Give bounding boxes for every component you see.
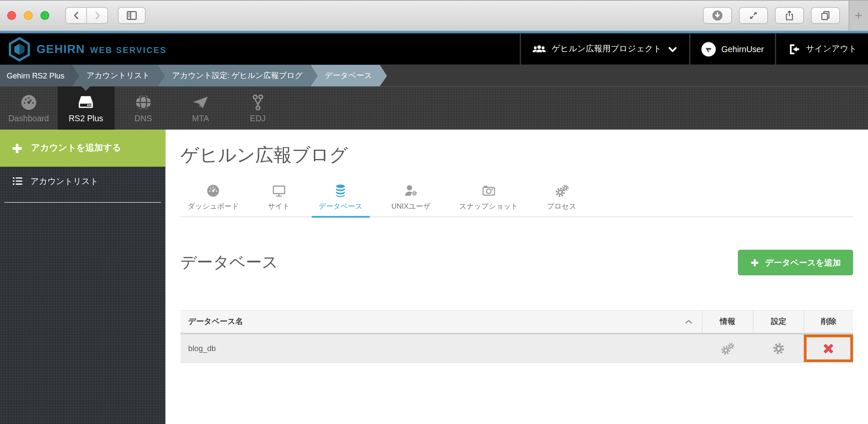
plus-icon: [750, 258, 760, 267]
fullscreen-button[interactable]: [739, 7, 768, 24]
list-icon: [11, 175, 24, 187]
forward-button[interactable]: [87, 7, 108, 24]
hexagon-logo-icon: [8, 37, 31, 61]
gauge-icon: [19, 93, 38, 112]
back-button[interactable]: [65, 7, 87, 24]
zoom-window-button[interactable]: [40, 11, 49, 20]
settings-gear-icon: [771, 341, 786, 356]
chevron-down-icon: [667, 44, 678, 55]
downloads-button[interactable]: [703, 7, 732, 24]
close-window-button[interactable]: [7, 11, 16, 20]
info-action-cell[interactable]: [702, 335, 753, 362]
column-header-settings: 設定: [753, 311, 804, 333]
camera-icon: [481, 183, 497, 198]
window-controls: [7, 11, 49, 20]
project-name: ゲヒルン広報用プロジェクト: [552, 44, 662, 54]
plus-icon: [11, 142, 23, 154]
user-gear-icon: [403, 183, 419, 198]
nav-item-edj[interactable]: EDJ: [229, 86, 287, 130]
table-header-row: データベース名 情報 設定 削除: [181, 310, 853, 335]
fullscreen-icon: [747, 9, 760, 22]
forward-icon: [91, 9, 103, 22]
git-branch-icon: [248, 93, 267, 112]
info-gears-icon: [720, 341, 735, 356]
avatar: [701, 42, 716, 56]
breadcrumb: Gehirn RS2 Plus アカウントリスト アカウント設定: ゲヒルン広報…: [0, 65, 868, 86]
signout-label: サインアウト: [806, 44, 857, 54]
sidebar-toggle-icon: [125, 9, 138, 22]
paper-plane-icon: [191, 93, 210, 112]
avatar-glyph-icon: [704, 45, 713, 54]
section-heading: データベース: [181, 251, 278, 273]
new-tab-button[interactable]: [849, 0, 868, 31]
project-selector[interactable]: ゲヒルン広報用プロジェクト: [520, 33, 689, 64]
tab-snapshot[interactable]: スナップショット: [452, 181, 526, 217]
column-header-delete: 削除: [804, 311, 853, 333]
gauge-icon: [205, 183, 222, 198]
tab-site[interactable]: サイト: [261, 181, 297, 217]
database-table: データベース名 情報 設定 削除 blog_db: [181, 310, 853, 363]
browser-window: GEHIRN WEB SERVICES ゲヒルン広報用プロジェクト Gehirn…: [0, 0, 868, 424]
sidebar-item-account-list[interactable]: アカウントリスト: [0, 167, 166, 195]
delete-x-icon: [821, 341, 835, 355]
tabs-overview-icon: [819, 9, 832, 22]
column-header-info: 情報: [702, 311, 753, 333]
sort-chevron-up-icon[interactable]: [683, 316, 694, 327]
download-icon: [711, 9, 723, 22]
table-row: blog_db: [181, 335, 853, 363]
plus-icon: [853, 10, 864, 21]
add-account-button[interactable]: アカウントを追加する: [0, 130, 166, 167]
nav-item-dashboard[interactable]: Dashboard: [0, 86, 57, 130]
macos-titlebar: [0, 0, 868, 31]
sidebar-divider: [4, 202, 161, 203]
nav-item-mta[interactable]: MTA: [172, 86, 229, 130]
settings-action-cell[interactable]: [753, 335, 804, 362]
breadcrumb-item-rs2plus[interactable]: Gehirn RS2 Plus: [0, 65, 72, 86]
database-icon: [332, 183, 349, 198]
app-header: GEHIRN WEB SERVICES ゲヒルン広報用プロジェクト Gehirn…: [0, 33, 868, 64]
share-icon: [783, 9, 796, 22]
monitor-icon: [270, 183, 287, 198]
nav-item-rs2plus[interactable]: RS2 Plus: [57, 86, 114, 130]
account-tabs: ダッシュボード サイト データベース UNIXユーザ スナップショット: [181, 181, 853, 217]
user-name: GehirnUser: [721, 44, 764, 53]
toggle-sidebar-button[interactable]: [118, 7, 145, 24]
column-header-database-name[interactable]: データベース名: [181, 311, 702, 333]
service-navbar: Dashboard RS2 Plus DNS MTA EDJ: [0, 86, 868, 130]
show-tabs-button[interactable]: [811, 7, 840, 24]
delete-action-cell[interactable]: [804, 335, 853, 362]
database-name-cell: blog_db: [181, 335, 702, 362]
back-icon: [70, 9, 82, 22]
add-database-button[interactable]: データベースを追加: [738, 250, 853, 275]
share-button[interactable]: [775, 7, 804, 24]
tab-dashboard[interactable]: ダッシュボード: [181, 181, 246, 217]
breadcrumb-item-database[interactable]: データベース: [310, 65, 380, 86]
minimize-window-button[interactable]: [24, 11, 33, 20]
globe-icon: [134, 93, 153, 112]
nav-item-dns[interactable]: DNS: [114, 86, 172, 130]
gears-icon: [554, 183, 570, 198]
tab-database[interactable]: データベース: [312, 181, 370, 217]
server-icon: [77, 93, 95, 112]
user-menu[interactable]: GehirnUser: [689, 33, 775, 64]
signout-icon: [787, 42, 800, 56]
breadcrumb-item-account-list[interactable]: アカウントリスト: [72, 65, 158, 86]
sidebar: アカウントを追加する アカウントリスト: [0, 130, 166, 424]
group-icon: [532, 42, 546, 56]
brand-name: GEHIRN: [36, 42, 85, 56]
brand-suffix: WEB SERVICES: [90, 45, 167, 54]
breadcrumb-item-account-settings[interactable]: アカウント設定: ゲヒルン広報ブログ: [158, 65, 310, 86]
tab-unix-user[interactable]: UNIXユーザ: [384, 181, 437, 217]
main-content: ゲヒルン広報ブログ ダッシュボード サイト データベース UNIXユーザ: [166, 130, 868, 424]
page-title: ゲヒルン広報ブログ: [181, 143, 853, 168]
gehirn-logo[interactable]: GEHIRN WEB SERVICES: [8, 37, 167, 61]
tab-process[interactable]: プロセス: [540, 181, 584, 217]
signout-button[interactable]: サインアウト: [775, 33, 868, 64]
